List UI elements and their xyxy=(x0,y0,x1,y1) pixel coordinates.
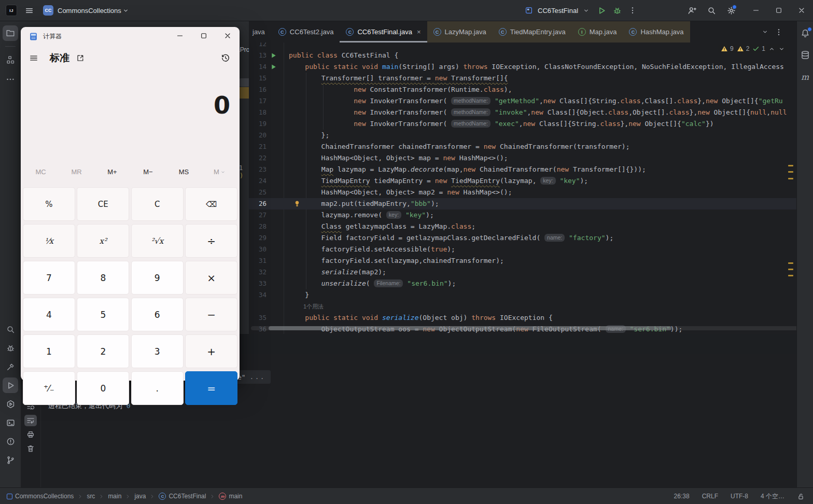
usage-hint-row[interactable]: 1个用法 xyxy=(249,301,796,312)
project-chevron-icon[interactable] xyxy=(121,3,131,18)
code-line-34[interactable]: 34 } xyxy=(249,289,796,301)
code-line-29[interactable]: 29 Field factoryField = getlazymapClass.… xyxy=(249,232,796,244)
breadcrumb-item-cc6testfinal[interactable]: CCC6TestFinal xyxy=(159,493,206,500)
breadcrumb-item-java[interactable]: java xyxy=(134,493,146,500)
calc-button-×[interactable]: × xyxy=(185,261,237,295)
code-line-21[interactable]: 21 ChainedTransformer chainedTransformer… xyxy=(249,141,796,152)
calc-button-9[interactable]: 9 xyxy=(131,261,184,295)
more-run-actions-icon[interactable] xyxy=(628,6,637,15)
run-config-chevron-icon[interactable] xyxy=(583,7,590,14)
breadcrumb-item-main[interactable]: mmain xyxy=(219,493,242,500)
calc-button-+[interactable]: + xyxy=(185,334,237,368)
code-line-26[interactable]: 26 map2.put(tiedMapEntry,"bbb"); xyxy=(249,198,796,209)
search-everywhere-icon[interactable] xyxy=(703,3,720,18)
console-print-icon[interactable] xyxy=(24,429,37,440)
calc-button-⌫[interactable]: ⌫ xyxy=(185,187,237,221)
sidebar-item-version-control[interactable] xyxy=(3,452,18,468)
breadcrumb-item-src[interactable]: src xyxy=(87,493,95,500)
run-config-name[interactable]: CC6TestFinal xyxy=(538,7,578,15)
calc-button-2[interactable]: 2 xyxy=(77,334,129,368)
code-line-33[interactable]: 33 unserialize( Filename: "ser6.bin"); xyxy=(249,278,796,289)
breadcrumb-item-commonscollections[interactable]: CommonsCollections xyxy=(7,493,74,500)
calc-button-3[interactable]: 3 xyxy=(131,334,184,368)
history-icon[interactable] xyxy=(217,50,234,66)
keep-on-top-icon[interactable] xyxy=(72,50,89,66)
sidebar-item-project[interactable] xyxy=(3,25,18,41)
right-strip-maven[interactable]: m xyxy=(797,69,813,85)
run-line-icon[interactable] xyxy=(271,64,277,70)
horizontal-scrollbar[interactable] xyxy=(269,326,671,330)
sidebar-item-services[interactable] xyxy=(3,396,18,412)
calc-button-6[interactable]: 6 xyxy=(131,298,184,331)
code-line-27[interactable]: 27 lazymap.remove( key: "key"); xyxy=(249,209,796,221)
sidebar-item-build[interactable] xyxy=(3,359,18,374)
code-line-22[interactable]: 22 HashMap<Object, Object> map = new Has… xyxy=(249,152,796,164)
calc-button-−[interactable]: − xyxy=(185,298,237,331)
code-line-17[interactable]: 17 new InvokerTransformer( methodName: "… xyxy=(249,95,796,107)
tab-map-java[interactable]: IMap.java xyxy=(572,21,623,43)
code-line-19[interactable]: 19 new InvokerTransformer( methodName: "… xyxy=(249,118,796,130)
sidebar-item-terminal[interactable] xyxy=(3,415,18,430)
code-line-14[interactable]: 14 public static void main(String[] args… xyxy=(249,61,796,73)
main-menu-icon[interactable] xyxy=(21,3,37,18)
window-maximize-button[interactable] xyxy=(767,0,790,21)
window-minimize-button[interactable] xyxy=(745,0,767,21)
calc-button-²√x[interactable]: ²√x xyxy=(131,224,184,258)
sidebar-item-run[interactable] xyxy=(3,377,18,393)
calc-button-CE[interactable]: CE xyxy=(77,187,129,221)
right-strip-notifications[interactable] xyxy=(797,25,813,41)
tabs-more-icon[interactable] xyxy=(775,28,783,36)
settings-icon[interactable] xyxy=(723,3,739,18)
calc-button-7[interactable]: 7 xyxy=(23,261,75,295)
sidebar-item-problems[interactable] xyxy=(3,433,18,449)
calc-button-x²[interactable]: x² xyxy=(77,224,129,258)
code-line-24[interactable]: 24 TiedMapEntry tiedMapEntry = new TiedM… xyxy=(249,175,796,187)
calc-button-8[interactable]: 8 xyxy=(77,261,129,295)
calc-minimize-button[interactable] xyxy=(168,27,192,45)
console-soft-wrap-icon[interactable] xyxy=(24,415,37,426)
breadcrumb-item-main[interactable]: main xyxy=(108,493,121,500)
debug-button[interactable] xyxy=(613,6,622,15)
calc-button-5[interactable]: 5 xyxy=(77,298,129,331)
code-editor[interactable]: 1213public class CC6TestFinal {14 public… xyxy=(249,43,796,334)
command-ellipsis[interactable]: ... xyxy=(250,373,266,381)
window-close-button[interactable] xyxy=(790,0,813,21)
status-segment[interactable]: 4 个空… xyxy=(761,492,784,501)
status-segment[interactable]: UTF-8 xyxy=(731,493,748,500)
calc-button-1[interactable]: 1 xyxy=(23,334,75,368)
calc-button-÷[interactable]: ÷ xyxy=(185,224,237,258)
tab-hashmap-java[interactable]: CHashMap.java xyxy=(623,21,690,43)
readonly-lock-icon[interactable] xyxy=(797,493,805,500)
breadcrumb[interactable]: CommonsCollectionssrcmainjavaCCC6TestFin… xyxy=(0,493,242,500)
calc-maximize-button[interactable] xyxy=(192,27,216,45)
inspections-widget[interactable]: 9 2 1 xyxy=(718,44,788,53)
calc-button-⅟x[interactable]: ⅟x xyxy=(23,224,75,258)
tab-close-icon[interactable]: × xyxy=(417,28,421,36)
calculator-titlebar[interactable]: 计算器 xyxy=(21,27,240,46)
code-line-13[interactable]: 13public class CC6TestFinal { xyxy=(249,50,796,61)
run-line-icon[interactable] xyxy=(271,52,277,59)
tab-cc6test2-java[interactable]: CCC6Test2.java xyxy=(272,21,340,43)
calc-button-.[interactable]: . xyxy=(131,371,184,405)
sidebar-item-structure[interactable] xyxy=(3,52,18,67)
calc-button-4[interactable]: 4 xyxy=(23,298,75,331)
calc-button-%[interactable]: % xyxy=(23,187,75,221)
calc-menu-icon[interactable] xyxy=(25,50,43,66)
code-line-12[interactable]: 12 xyxy=(249,43,796,50)
project-name[interactable]: CommonsCollections xyxy=(58,7,121,15)
code-line-30[interactable]: 30 factoryField.setAccessible(true); xyxy=(249,244,796,255)
code-line-16[interactable]: 16 new ConstantTransformer(Runtime.class… xyxy=(249,84,796,95)
run-button[interactable] xyxy=(597,6,606,15)
tab-lazymap-java[interactable]: CLazyMap.java xyxy=(427,21,493,43)
console-clear-all-icon[interactable] xyxy=(24,443,37,454)
sidebar-item-more-tool-windows[interactable] xyxy=(3,72,18,87)
code-line-23[interactable]: 23 Map lazymap = LazyMap.decorate(map,ne… xyxy=(249,164,796,175)
tabs-chevron-icon[interactable] xyxy=(762,29,768,35)
status-segment[interactable]: CRLF xyxy=(702,493,718,500)
tab-tiedmapentry-java[interactable]: CTiedMapEntry.java xyxy=(493,21,572,43)
code-line-25[interactable]: 25 HashMap<Object, Object> map2 = new Ha… xyxy=(249,187,796,198)
right-strip-database[interactable] xyxy=(797,47,813,63)
code-line-18[interactable]: 18 new InvokerTransformer( methodName: "… xyxy=(249,107,796,118)
code-line-28[interactable]: 28 Class getlazymapClass = LazyMap.class… xyxy=(249,221,796,232)
code-line-15[interactable]: 15 Transformer[] transformer = new Trans… xyxy=(249,73,796,84)
